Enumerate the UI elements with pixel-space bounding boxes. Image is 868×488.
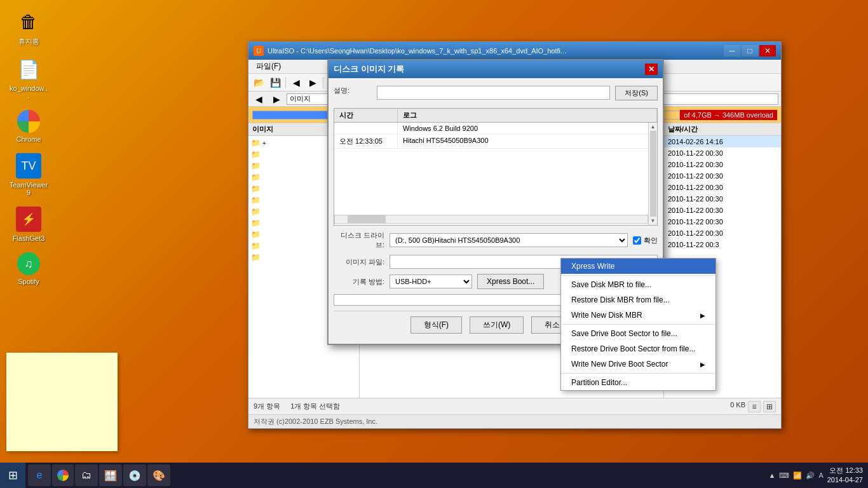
- desktop-icon-chrome[interactable]: Chrome: [6, 107, 51, 146]
- ctx-restore-boot-sector[interactable]: Restore Drive Boot Sector from file...: [561, 341, 715, 356]
- ctx-write-new-disk-mbr[interactable]: Write New Disk MBR ▶: [561, 308, 715, 323]
- taskbar-explorer[interactable]: 🗂: [75, 464, 98, 486]
- spotify-icon: ♫: [17, 252, 40, 275]
- explorer-icon: 🗂: [80, 469, 93, 482]
- sticky-note: [6, 353, 118, 451]
- date-item-3[interactable]: 2010-11-22 00:30: [664, 170, 781, 182]
- taskbar-window[interactable]: 🪟: [99, 464, 122, 486]
- toolbar-back[interactable]: ◀: [288, 76, 304, 90]
- notify-icon: ▲: [768, 471, 775, 479]
- desktop-icon-flashget[interactable]: ⚡ FlashGet3: [6, 204, 51, 245]
- date-item-8[interactable]: 2010-11-22 00:30: [664, 227, 781, 239]
- filesize-display: 0 KB: [730, 401, 745, 412]
- copyright-bar: 저작권 (c)2002-2010 EZB Systems, Inc.: [248, 414, 781, 428]
- clock-date: 2014-04-27: [827, 475, 863, 485]
- volume-icon: 🔊: [806, 471, 815, 480]
- verify-checkbox[interactable]: [633, 236, 641, 245]
- log-row-1: 오전 12:33:05 Hitachi HTS545050B9A300: [334, 135, 657, 149]
- paint-icon: 🎨: [153, 469, 165, 482]
- ie-icon: e: [33, 469, 46, 482]
- description-input[interactable]: [377, 86, 610, 100]
- ultraiso-titlebar: U UltraISO - C:\Users\SeongHwan\Desktop\…: [248, 42, 781, 60]
- desktop-icon-spotify[interactable]: ♫ Spotify: [6, 250, 51, 288]
- date-item-5[interactable]: 2010-11-22 00:30: [664, 193, 781, 205]
- date-item-7[interactable]: 2010-11-22 00:30: [664, 216, 781, 227]
- system-tray: ▲ ⌨ 📶 🔊 A: [768, 471, 823, 480]
- date-panel-header: 날짜/시간: [664, 123, 781, 136]
- toolbar-save[interactable]: 💾: [268, 76, 283, 90]
- date-item-9[interactable]: 2010-11-22 00:3: [664, 239, 781, 250]
- desktop: 🗑 휴지통 📄 ko_window... Chrome TV TeamViewe…: [0, 0, 868, 488]
- toolbar-open[interactable]: 📂: [251, 76, 266, 90]
- teamviewer-icon: TV: [16, 153, 41, 179]
- desktop-icons: 🗑 휴지통 📄 ko_window... Chrome TV TeamViewe…: [6, 6, 51, 288]
- taskbar-chrome[interactable]: [52, 464, 74, 486]
- write-method-select[interactable]: USB-HDD+: [390, 274, 472, 288]
- date-item-0[interactable]: 2014-02-26 14:16: [664, 136, 781, 147]
- ko-windows-label: ko_window...: [9, 85, 48, 100]
- disk-drive-row: 디스크 드라이브: (D:, 500 GB)Hitachi HTS545050B…: [334, 231, 658, 250]
- window-icon: 🪟: [104, 469, 117, 482]
- disk-drive-select[interactable]: (D:, 500 GB)Hitachi HTS545050B9A300 디스크 …: [390, 233, 628, 247]
- ctx-save-boot-sector[interactable]: Save Drive Boot Sector to file...: [561, 326, 715, 341]
- log-cell-time-0: [334, 123, 398, 134]
- start-button[interactable]: ⊞: [0, 463, 25, 488]
- ctx-save-mbr[interactable]: Save Disk MBR to file...: [561, 277, 715, 292]
- taskbar: ⊞ e 🗂 🪟 💿 🎨: [0, 463, 868, 488]
- date-item-2[interactable]: 2010-11-22 00:30: [664, 159, 781, 170]
- date-item-4[interactable]: 2010-11-22 00:30: [664, 182, 781, 193]
- toolbar-separator-2: [323, 77, 323, 88]
- log-header: 시간 로그: [334, 109, 657, 123]
- write-button[interactable]: 쓰기(W): [470, 316, 524, 334]
- selected-count: 1개 항목 선택함: [290, 402, 340, 411]
- dialog-titlebar: 디스크 이미지 기록 ✕: [329, 60, 663, 78]
- log-scroll-thumb[interactable]: [334, 215, 648, 224]
- disc-icon: 💿: [128, 469, 141, 482]
- overload-indicator: of 4,7GB → 346MB overload: [680, 110, 777, 120]
- taskbar-paint[interactable]: 🎨: [147, 464, 170, 486]
- taskbar-disc[interactable]: 💿: [123, 464, 146, 486]
- desktop-icon-recycle[interactable]: 🗑 휴지통: [6, 6, 51, 49]
- taskbar-right: ▲ ⌨ 📶 🔊 A 오전 12:33 2014-04-27: [763, 466, 868, 485]
- flashget-label: FlashGet3: [13, 234, 45, 242]
- xpress-boot-button[interactable]: Xpress Boot...: [477, 274, 544, 289]
- log-scrollbar[interactable]: ▲ ▼: [648, 123, 657, 225]
- taskbar-ie[interactable]: e: [28, 464, 51, 486]
- address-forward[interactable]: ▶: [269, 92, 284, 106]
- chrome-taskbar-icon: [57, 470, 69, 481]
- format-button[interactable]: 형식(F): [410, 316, 462, 334]
- address-back[interactable]: ◀: [251, 92, 266, 106]
- view-list-button[interactable]: ≡: [748, 401, 761, 412]
- log-cell-log-0: Windows 6.2 Build 9200: [398, 123, 657, 134]
- ctx-partition-editor[interactable]: Partition Editor...: [561, 375, 715, 390]
- view-grid-button[interactable]: ⊞: [763, 401, 776, 412]
- taskbar-items: e 🗂 🪟 💿 🎨: [25, 464, 763, 486]
- minimize-button[interactable]: ─: [724, 45, 740, 57]
- ctx-restore-mbr[interactable]: Restore Disk MBR from file...: [561, 292, 715, 308]
- items-count: 9개 항목: [254, 402, 280, 411]
- desktop-icon-teamviewer[interactable]: TV TeamViewer 9: [6, 151, 51, 199]
- save-button[interactable]: 저장(S): [615, 86, 658, 100]
- ultraiso-app-icon: U: [254, 46, 264, 56]
- ctx-separator-2: [561, 324, 715, 325]
- disk-drive-label: 디스크 드라이브:: [334, 231, 384, 250]
- toolbar-forward[interactable]: ▶: [305, 76, 320, 90]
- desktop-icon-ko-windows[interactable]: 📄 ko_window...: [6, 54, 51, 102]
- verify-row: 확인: [633, 236, 658, 245]
- copyright-text: 저작권 (c)2002-2010 EZB Systems, Inc.: [254, 417, 377, 426]
- date-item-1[interactable]: 2010-11-22 00:30: [664, 147, 781, 159]
- dialog-close-button[interactable]: ✕: [645, 64, 658, 75]
- image-file-label: 이미지 파일:: [334, 257, 384, 267]
- ctx-write-new-drive-boot[interactable]: Write New Drive Boot Sector ▶: [561, 356, 715, 372]
- window-controls: ─ □ ✕: [724, 45, 776, 57]
- log-section: 시간 로그 Windows 6.2 Build 9200 오전 12:33:05…: [334, 108, 658, 226]
- menu-file[interactable]: 파일(F): [251, 60, 286, 73]
- log-row-0: Windows 6.2 Build 9200: [334, 123, 657, 135]
- close-button[interactable]: ✕: [759, 45, 776, 57]
- maximize-button[interactable]: □: [742, 45, 758, 57]
- chrome-label: Chrome: [16, 135, 41, 143]
- date-list: 2014-02-26 14:16 2010-11-22 00:30 2010-1…: [664, 136, 781, 250]
- date-item-6[interactable]: 2010-11-22 00:30: [664, 205, 781, 216]
- ctx-xpress-write[interactable]: Xpress Write: [561, 259, 715, 274]
- context-menu: Xpress Write Save Disk MBR to file... Re…: [560, 258, 716, 391]
